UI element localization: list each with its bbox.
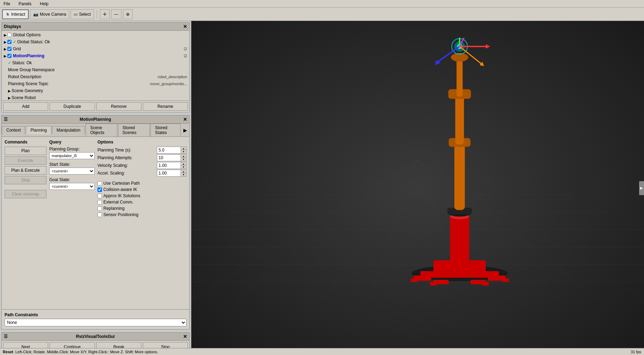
- grid-checkbox-value: ☑: [184, 47, 187, 51]
- planning-attempts-input[interactable]: [157, 155, 181, 161]
- tab-arrow-button[interactable]: ▶: [181, 126, 189, 134]
- tab-scene-objects[interactable]: Scene Objects: [86, 124, 117, 136]
- sensor-positioning-checkbox[interactable]: [97, 213, 102, 217]
- accel-scaling-spinner: ▲ ▼: [157, 170, 186, 177]
- tree-item-global-status[interactable]: ▶ ✓ Global Status: Ok: [2, 38, 189, 45]
- tree-item-scene-robot[interactable]: ▶ Scene Robot: [2, 94, 189, 101]
- goal-state-select[interactable]: <current>: [49, 183, 95, 190]
- approx-ik-solutions-checkbox[interactable]: [97, 194, 102, 198]
- start-state-select[interactable]: <current>: [49, 168, 95, 175]
- svg-rect-26: [430, 282, 437, 286]
- velocity-scaling-down-button[interactable]: ▼: [181, 165, 186, 169]
- tree-item-planning-scene-topic[interactable]: Planning Scene Topic move_group/monito..…: [2, 80, 189, 87]
- remove-button[interactable]: Remove: [96, 102, 141, 111]
- accel-scaling-down-button[interactable]: ▼: [181, 173, 186, 176]
- start-state-label: Start State:: [49, 162, 95, 167]
- accel-scaling-input[interactable]: [157, 170, 181, 176]
- tab-planning[interactable]: Planning: [26, 126, 51, 134]
- planning-tab-content: Commands Plan Execute Plan & Execute Sto…: [2, 137, 189, 309]
- displays-panel-header: Displays ✕: [2, 23, 189, 31]
- tree-item-status[interactable]: ✓ Status: Ok: [2, 59, 189, 66]
- svg-marker-44: [486, 44, 490, 49]
- focus-button[interactable]: —: [111, 9, 122, 19]
- menu-panels[interactable]: Panels: [16, 1, 34, 7]
- tree-item-global-options[interactable]: ▶ Global Options: [2, 31, 189, 38]
- status-reset[interactable]: Reset: [3, 350, 13, 354]
- arrow-icon: ▶: [4, 33, 7, 37]
- scene-robot-label: Scene Robot: [12, 95, 187, 100]
- path-constraints-label: Path Constraints: [5, 312, 186, 317]
- tree-item-move-group-ns[interactable]: Move Group Namespace: [2, 66, 189, 73]
- planning-time-spin-buttons: ▲ ▼: [181, 147, 186, 153]
- options-grid: Planning Time (s): ▲ ▼ Planning Attempts…: [97, 147, 186, 177]
- path-constraints-select[interactable]: None: [5, 319, 186, 326]
- clear-octomap-button[interactable]: Clear octomap: [5, 190, 46, 198]
- collapse-panel-button[interactable]: ▶: [639, 181, 644, 195]
- execute-button[interactable]: Execute: [5, 156, 46, 165]
- grid-checkbox[interactable]: [7, 47, 12, 51]
- robot-svg: [390, 38, 529, 299]
- tree-item-grid[interactable]: ▶ Grid ☑: [2, 45, 189, 52]
- displays-panel: Displays ✕ ▶ Global Options ▶ ✓ Global S…: [1, 22, 190, 112]
- viewport[interactable]: ▶: [191, 21, 644, 355]
- menubar: File Panels Help: [0, 0, 644, 8]
- interact-button[interactable]: 🖱 Interact: [2, 9, 29, 19]
- plan-execute-button[interactable]: Plan & Execute: [5, 166, 46, 175]
- velocity-scaling-spin-buttons: ▲ ▼: [181, 162, 186, 169]
- planning-time-up-button[interactable]: ▲: [181, 147, 186, 150]
- focus-icon: —: [114, 12, 118, 17]
- tab-stored-states[interactable]: Stored States: [151, 124, 181, 136]
- rviz-close-button[interactable]: ✕: [183, 334, 187, 339]
- planning-attempts-down-button[interactable]: ▼: [181, 158, 186, 161]
- rviz-panel-title: RvizVisualToolsGui: [76, 334, 115, 339]
- move-camera-button[interactable]: 📷 Move Camera: [30, 9, 69, 19]
- menu-help[interactable]: Help: [38, 1, 51, 7]
- planning-group-label: Planning Group:: [49, 147, 95, 151]
- rename-button[interactable]: Rename: [143, 102, 188, 111]
- tree-item-robot-desc[interactable]: Robot Description robot_description: [2, 73, 189, 80]
- tab-manipulation[interactable]: Manipulation: [52, 126, 85, 134]
- displays-close-button[interactable]: ✕: [183, 24, 187, 29]
- tree-item-motion-planning[interactable]: ▶ MotionPlanning ☑: [2, 52, 189, 59]
- plan-button[interactable]: Plan: [5, 147, 46, 155]
- check-mark-icon: ✓: [13, 39, 16, 44]
- global-options-checkbox[interactable]: [7, 33, 12, 37]
- planning-group-select[interactable]: manipulator_i5: [49, 152, 95, 159]
- planning-attempts-up-button[interactable]: ▲: [181, 155, 186, 158]
- global-options-label: Global Options: [13, 32, 187, 37]
- tree-item-scene-geometry[interactable]: ▶ Scene Geometry: [2, 87, 189, 94]
- move-axes-button[interactable]: ✛: [100, 9, 110, 19]
- approx-ik-solutions-row: Approx IK Solutions: [97, 193, 186, 198]
- tab-stored-scenes[interactable]: Stored Scenes: [118, 124, 150, 136]
- collision-aware-ik-checkbox[interactable]: [97, 187, 102, 192]
- robot-desc-value: robot_description: [158, 75, 187, 79]
- arrow-icon: ▶: [4, 47, 7, 51]
- 3d-view[interactable]: ▶: [191, 21, 644, 355]
- planning-time-input[interactable]: [157, 147, 181, 153]
- replanning-row: Replanning: [97, 206, 186, 211]
- add-button[interactable]: Add: [3, 102, 48, 111]
- collision-aware-ik-row: Collision-aware IK: [97, 187, 186, 192]
- collision-aware-ik-label: Collision-aware IK: [103, 187, 137, 192]
- select-button[interactable]: ▭ Select: [71, 9, 94, 19]
- external-comm-row: External Comm.: [97, 200, 186, 205]
- accel-scaling-up-button[interactable]: ▲: [181, 170, 186, 173]
- use-cartesian-path-row: Use Cartesian Path: [97, 181, 186, 186]
- motion-planning-close-button[interactable]: ✕: [183, 117, 187, 122]
- motion-planning-checkbox[interactable]: [7, 54, 12, 58]
- menu-file[interactable]: File: [1, 1, 12, 7]
- duplicate-button[interactable]: Duplicate: [50, 102, 95, 111]
- stop-button[interactable]: Stop: [5, 176, 46, 184]
- global-status-checkbox[interactable]: [7, 40, 12, 44]
- camera2-button[interactable]: ⊕: [123, 9, 133, 19]
- move-group-ns-label: Move Group Namespace: [8, 67, 187, 72]
- replanning-checkbox[interactable]: [97, 206, 102, 211]
- velocity-scaling-up-button[interactable]: ▲: [181, 162, 186, 165]
- motion-planning-panel: ☰ MotionPlanning ✕ Context Planning Mani…: [1, 115, 190, 330]
- svg-rect-27: [482, 282, 489, 286]
- velocity-scaling-input[interactable]: [157, 162, 181, 169]
- use-cartesian-path-checkbox[interactable]: [97, 181, 102, 186]
- planning-time-down-button[interactable]: ▼: [181, 150, 186, 153]
- external-comm-checkbox[interactable]: [97, 200, 102, 205]
- tab-context[interactable]: Context: [2, 126, 25, 134]
